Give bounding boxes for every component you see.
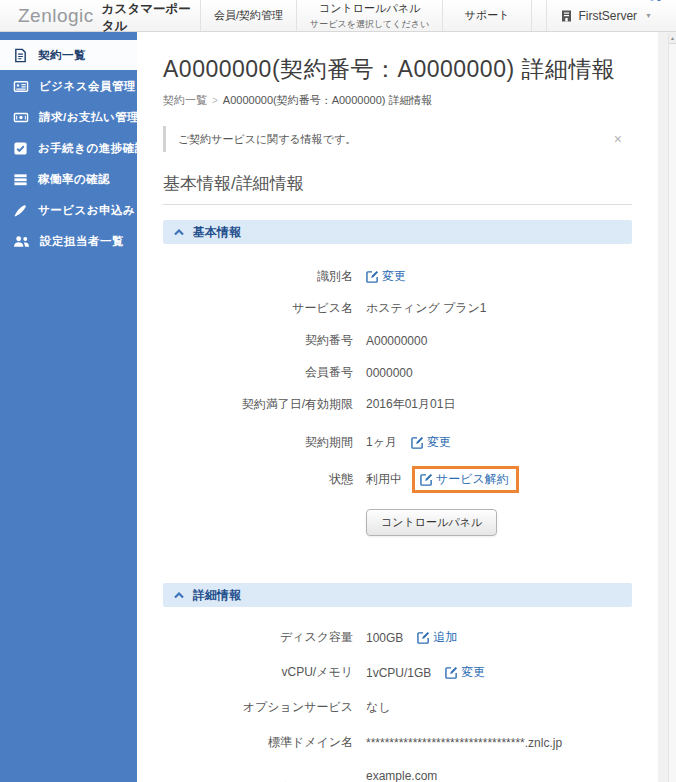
field-label: 契約番号: [163, 332, 353, 349]
app-header: Zenlogic カスタマーポータル 会員/契約管理 コントロールパネル サービ…: [0, 0, 676, 32]
logo-subtitle: カスタマーポータル: [102, 1, 200, 35]
field-value: **********************************.znlc.…: [366, 736, 562, 750]
basic-info-panel-header[interactable]: 基本情報: [163, 220, 632, 244]
row-identifier-name: 識別名 変更: [163, 268, 632, 285]
field-value: example.com: [366, 769, 491, 782]
panel-title: 詳細情報: [193, 587, 241, 604]
id-card-icon: [13, 79, 29, 94]
document-icon: [13, 48, 28, 63]
link-label: 変更: [427, 434, 451, 451]
vertical-scrollbar[interactable]: ▲: [668, 33, 676, 782]
pen-icon: [13, 203, 28, 218]
notice-text: ご契約サービスに関する情報です。: [178, 132, 356, 147]
nav-item-label: 会員/契約管理: [214, 8, 283, 23]
field-label: オプションサービス: [163, 699, 353, 716]
sidebar-item-label: 契約一覧: [38, 48, 86, 63]
highlight-annotation: サービス解約: [412, 466, 519, 493]
main-content: A0000000(契約番号：A0000000) 詳細情報 契約一覧 > A000…: [137, 32, 658, 782]
sidebar-item-apply[interactable]: サービスお申込み: [0, 195, 137, 225]
nav-item-control-panel[interactable]: コントロールパネル サービスを選択してください: [296, 0, 442, 31]
button-row: コントロールパネル: [366, 509, 632, 536]
server-icon: [561, 10, 572, 22]
nav-item-label: サポート: [465, 8, 510, 23]
nav-item-member-contract[interactable]: 会員/契約管理: [200, 0, 296, 31]
close-icon[interactable]: ×: [610, 130, 626, 148]
cancel-service-link[interactable]: サービス解約: [420, 471, 509, 488]
sidebar-item-label: ビジネス会員管理: [39, 79, 136, 94]
scroll-up-icon[interactable]: ▲: [669, 33, 676, 44]
field-value: ホスティング プラン1: [366, 300, 487, 317]
sidebar-item-contracts[interactable]: 契約一覧: [0, 40, 137, 70]
sidebar-item-label: 請求/お支払い管理: [39, 110, 139, 125]
logo-text: Zenlogic: [18, 5, 94, 27]
field-value: 1ヶ月: [366, 434, 397, 451]
checkbox-icon: [13, 141, 28, 156]
change-vcpu-link[interactable]: 変更: [445, 664, 485, 681]
account-name: FirstServer: [578, 9, 637, 23]
edit-icon: [417, 631, 430, 644]
sidebar-item-label: 稼働率の確認: [38, 172, 110, 187]
row-service-name: サービス名 ホスティング プラン1: [163, 300, 632, 317]
row-contract-period: 契約期間 1ヶ月 変更: [163, 434, 632, 451]
row-option-service: オプションサービス なし: [163, 699, 632, 716]
sidebar-item-billing[interactable]: 請求/お支払い管理: [0, 102, 137, 132]
sidebar-item-uptime[interactable]: 稼働率の確認: [0, 164, 137, 194]
field-label: 契約満了日/有効期限: [163, 396, 353, 413]
change-identifier-link[interactable]: 変更: [366, 268, 406, 285]
detail-info-panel-header[interactable]: 詳細情報: [163, 583, 632, 607]
field-label: 状態: [163, 471, 353, 488]
sidebar-item-business-members[interactable]: ビジネス会員管理: [0, 71, 137, 101]
basic-info-panel-body: 識別名 変更 サービス名 ホスティング プラン1 契約番号 A00000000 …: [163, 244, 632, 568]
link-label: サービス解約: [436, 471, 509, 488]
nav-item-sublabel: サービスを選択してください: [310, 18, 429, 31]
page-title: A0000000(契約番号：A0000000) 詳細情報: [163, 54, 632, 85]
row-status: 状態 利用中 サービス解約: [163, 466, 632, 493]
field-value: なし: [366, 699, 391, 716]
field-value: 2016年01月01日: [366, 396, 455, 413]
people-icon: [13, 234, 30, 249]
chevron-up-icon: [174, 229, 184, 236]
field-label: ディスク容量: [163, 629, 353, 646]
section-title: 基本情報/詳細情報: [163, 172, 632, 205]
detail-info-panel-body: ディスク容量 100GB 追加 vCPU/メモリ 1vCPU/1GB 変更: [163, 607, 632, 782]
breadcrumb-separator: >: [212, 95, 218, 106]
link-label: 変更: [461, 664, 485, 681]
sidebar-item-progress[interactable]: お手続きの進捗確認: [0, 133, 137, 163]
nav-item-support[interactable]: サポート: [442, 0, 532, 31]
row-configured-domain: 設定ドメイン名 example.com ドメイン名設定変更: [163, 769, 632, 782]
link-label: 変更: [382, 268, 406, 285]
row-contract-number: 契約番号 A00000000: [163, 332, 632, 349]
field-value: 100GB: [366, 631, 403, 645]
breadcrumb: 契約一覧 > A0000000(契約番号：A0000000) 詳細情報: [163, 93, 632, 108]
control-panel-button[interactable]: コントロールパネル: [366, 509, 497, 536]
sidebar-item-label: お手続きの進捗確認: [38, 141, 147, 156]
chevron-down-icon: ▼: [645, 12, 652, 19]
row-default-domain: 標準ドメイン名 ********************************…: [163, 734, 632, 751]
chevron-up-icon: [174, 592, 184, 599]
link-label: 追加: [433, 629, 457, 646]
breadcrumb-link-contracts[interactable]: 契約一覧: [163, 93, 207, 108]
row-disk-capacity: ディスク容量 100GB 追加: [163, 629, 632, 646]
nav-item-label: コントロールパネル: [319, 1, 420, 16]
field-value: 0000000: [366, 366, 413, 380]
edit-icon: [411, 436, 424, 449]
account-menu[interactable]: FirstServer ▼: [546, 0, 676, 31]
change-period-link[interactable]: 変更: [411, 434, 451, 451]
field-value: 1vCPU/1GB: [366, 666, 431, 680]
notice-banner: ご契約サービスに関する情報です。 ×: [163, 126, 632, 152]
field-label: vCPU/メモリ: [163, 664, 353, 681]
list-icon: [13, 172, 28, 187]
field-label: 標準ドメイン名: [163, 734, 353, 751]
edit-icon: [420, 473, 433, 486]
field-value-stack: example.com ドメイン名設定変更: [366, 769, 491, 782]
edit-icon: [445, 666, 458, 679]
panel-title: 基本情報: [193, 224, 241, 241]
add-disk-link[interactable]: 追加: [417, 629, 457, 646]
row-vcpu-memory: vCPU/メモリ 1vCPU/1GB 変更: [163, 664, 632, 681]
logo: Zenlogic カスタマーポータル: [0, 0, 200, 31]
sidebar-item-admins[interactable]: 設定担当者一覧: [0, 226, 137, 256]
field-label: サービス名: [163, 300, 353, 317]
field-label: 会員番号: [163, 364, 353, 381]
banknote-icon: [13, 110, 29, 125]
field-label: 識別名: [163, 268, 353, 285]
